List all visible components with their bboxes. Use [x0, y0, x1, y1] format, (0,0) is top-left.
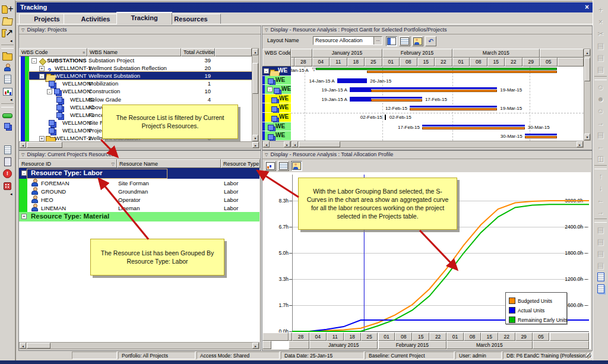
gantt-wbs-row[interactable]: WE — [262, 113, 291, 122]
gantt-wbs-row[interactable]: WE — [262, 103, 291, 113]
gantt-wbs-code-header[interactable]: WBS Code — [262, 49, 291, 67]
gantt-wbs-row[interactable]: -WE — [262, 67, 291, 76]
resource-view-button[interactable] — [291, 161, 302, 171]
gantt-bar-remaining-orange[interactable] — [371, 99, 422, 102]
close-icon[interactable]: × — [585, 2, 589, 12]
scroll-down-icon[interactable]: ▾ — [584, 134, 590, 140]
resource-row-heo[interactable]: HEOOperatorLabor — [19, 195, 259, 204]
risks-view-icon-button[interactable] — [2, 180, 14, 191]
group-filter-icon[interactable]: ≡ — [83, 49, 85, 56]
layout-name-select[interactable]: Resource Allocation ... — [313, 36, 382, 45]
wbs-row-wellmont[interactable]: -WELLMONTWellmont Substation19 — [29, 72, 252, 80]
column-header-resource-id[interactable]: Resource ID▽ — [19, 159, 117, 168]
new-report-icon-button[interactable] — [595, 271, 607, 283]
move-right-icon-button[interactable]: → — [595, 206, 607, 217]
resource-row-foreman[interactable]: FOREMANSite FormanLabor — [19, 179, 259, 187]
projects-panel-header[interactable]: ▽Display: Projects — [19, 26, 261, 34]
column-header-total-activities[interactable]: Total Activities — [181, 48, 215, 56]
steps-icon-button[interactable]: ▤ — [595, 236, 607, 247]
reports-view-icon-button[interactable] — [2, 74, 14, 85]
filter-icon[interactable]: ▽ — [112, 160, 115, 168]
activities-bar-icon-button[interactable] — [2, 109, 14, 120]
wbs-row-substations[interactable]: -SUBSTATIONSSubstation Project39 — [29, 56, 252, 64]
assign-role-icon-button[interactable]: ☻ — [595, 93, 607, 105]
projects-view-icon-button[interactable] — [2, 50, 14, 61]
gantt-wbs-row[interactable]: WE — [262, 122, 291, 132]
wbs-row-wellmon'[interactable]: WELLMON'Mobilization1 — [29, 80, 252, 87]
resize-grip[interactable] — [585, 353, 591, 359]
scroll-left-icon[interactable]: ◂ — [263, 141, 270, 147]
projects-horizontal-scrollbar[interactable]: ◂▸ — [19, 141, 259, 148]
add-project-icon-button[interactable]: + — [2, 3, 14, 14]
copy-pages-icon-button[interactable] — [595, 283, 607, 295]
gantt-bar-actual[interactable] — [350, 97, 371, 102]
scroll-thumb[interactable] — [252, 63, 258, 94]
scroll-left-icon[interactable]: ◂ — [20, 343, 26, 349]
collapse-box-icon[interactable]: - — [267, 87, 273, 92]
assign-activity-codes-icon-button[interactable]: → — [595, 117, 607, 128]
gantt-wbs-row[interactable]: -WE — [262, 85, 291, 94]
scroll-up-icon[interactable]: ▴ — [584, 49, 590, 56]
resources-horizontal-scrollbar[interactable]: ◂▸ — [19, 342, 259, 349]
browse-button[interactable]: ... — [373, 37, 382, 45]
add-icon-button[interactable]: + — [595, 4, 607, 15]
scroll-down-icon[interactable]: ▾ — [252, 135, 258, 141]
cut-icon-button[interactable]: ✂ — [595, 28, 607, 39]
gantt-wbs-row[interactable]: WE — [262, 76, 291, 86]
paste-icon-button[interactable]: ▤ — [595, 52, 607, 63]
gantt-bar-actual[interactable] — [337, 78, 368, 83]
undo-button[interactable]: ↶ — [425, 36, 436, 46]
toolbar-overflow-icon[interactable]: ◂ — [2, 97, 14, 102]
scroll-up-icon[interactable]: ▴ — [252, 49, 258, 55]
scroll-thumb[interactable] — [27, 142, 62, 148]
assign-predecessor-icon-button[interactable]: ▤ — [595, 129, 607, 140]
column-header-wbs-code[interactable]: WBS Code≡ — [19, 48, 87, 56]
gantt-bar-remaining-orange[interactable] — [371, 90, 498, 92]
spreadsheet-view-button[interactable] — [278, 161, 289, 171]
expand-box-icon[interactable]: + — [39, 66, 45, 71]
roles-icon-button[interactable]: ◫ — [595, 153, 607, 164]
move-left-icon-button[interactable]: ← — [595, 194, 607, 205]
scroll-right-icon[interactable]: ▸ — [577, 141, 583, 147]
collapse-box-icon[interactable]: - — [21, 170, 27, 176]
tracking-view-icon-button[interactable] — [2, 86, 14, 97]
collapse-box-icon[interactable]: - — [264, 68, 269, 74]
gantt-wbs-row[interactable]: WE — [262, 94, 291, 104]
milestone-marker[interactable] — [385, 115, 386, 120]
close-project-icon-button[interactable]: ↗ — [2, 27, 14, 38]
gantt-bar-remaining-orange[interactable] — [525, 136, 558, 138]
window-titlebar[interactable]: Tracking × — [17, 2, 593, 12]
column-header-resource-type[interactable]: Resource Type — [221, 159, 260, 168]
spreadsheet-view-button[interactable] — [399, 36, 410, 46]
toolbar-overflow-icon[interactable]: ◂ — [2, 39, 14, 43]
gantt-view-button[interactable] — [386, 36, 397, 46]
resources-panel-header[interactable]: ▽Display: Current Project's Resources — [19, 151, 261, 159]
gantt-wbs-row[interactable]: WE — [262, 131, 291, 141]
gantt-bar-remaining-blue[interactable] — [371, 97, 422, 99]
move-up-icon-button[interactable]: ↑ — [595, 170, 607, 182]
gantt-bar-remaining-blue[interactable] — [525, 134, 558, 135]
gantt-bar-remaining-orange[interactable] — [422, 127, 525, 129]
expand-box-icon[interactable]: + — [39, 136, 45, 141]
column-header-wbs-name[interactable]: WBS Name — [87, 48, 181, 56]
resource-row-lineman[interactable]: LINEMANLinemanLabor — [19, 204, 259, 212]
assign-successor-icon-button[interactable]: ← — [595, 141, 607, 152]
scroll-right-icon[interactable]: ▸ — [284, 141, 290, 147]
expenses-view-icon-button[interactable] — [2, 156, 14, 167]
assign-resource-icon-button[interactable]: ☺ — [595, 81, 607, 93]
documents-view-icon-button[interactable] — [2, 144, 14, 156]
gantt-bar-remaining-blue[interactable] — [410, 106, 498, 107]
wbs-row-wellmont-1[interactable]: +WELLMONT-1Wellmont Substation Reflectio… — [29, 64, 252, 72]
wbs-row-wellmc[interactable]: WELLMCBelow Grade4 — [29, 96, 252, 103]
scroll-left-icon[interactable]: ◂ — [292, 141, 298, 147]
scroll-left-icon[interactable]: ◂ — [20, 142, 26, 148]
project-collapse-bar-blue[interactable] — [21, 56, 25, 142]
wbs-row-wellmon'[interactable]: -WELLMON'Construction10 — [29, 87, 252, 95]
collapse-box-icon[interactable]: - — [47, 89, 52, 94]
collapse-box-icon[interactable]: - — [31, 58, 37, 64]
scroll-thumb[interactable] — [584, 58, 590, 81]
fill-down-icon-button[interactable]: ▤ — [595, 64, 607, 75]
remove-resource-icon-button[interactable]: ☺ — [595, 105, 607, 116]
scroll-thumb[interactable] — [299, 141, 340, 147]
assignments-view-icon-button[interactable] — [2, 132, 14, 144]
